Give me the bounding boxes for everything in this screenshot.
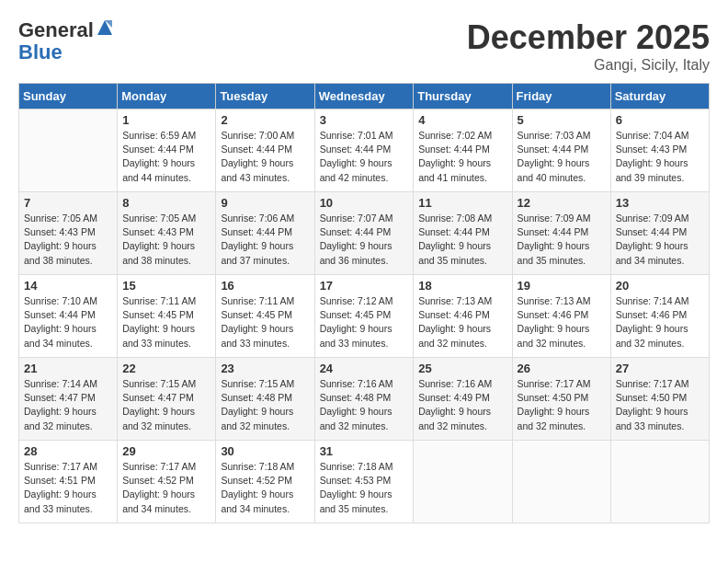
- day-info: Sunrise: 7:06 AMSunset: 4:44 PMDaylight:…: [221, 212, 309, 268]
- calendar-cell: 9Sunrise: 7:06 AMSunset: 4:44 PMDaylight…: [216, 192, 314, 275]
- day-info: Sunrise: 7:16 AMSunset: 4:49 PMDaylight:…: [418, 377, 506, 433]
- day-info: Sunrise: 7:15 AMSunset: 4:48 PMDaylight:…: [221, 377, 309, 433]
- weekday-header-thursday: Thursday: [414, 84, 512, 109]
- day-info: Sunrise: 7:00 AMSunset: 4:44 PMDaylight:…: [221, 129, 309, 185]
- calendar-cell: 14Sunrise: 7:10 AMSunset: 4:44 PMDayligh…: [19, 275, 118, 358]
- calendar-cell: 11Sunrise: 7:08 AMSunset: 4:44 PMDayligh…: [414, 192, 512, 275]
- calendar-week-row: 1Sunrise: 6:59 AMSunset: 4:44 PMDaylight…: [19, 109, 710, 192]
- calendar-cell: 24Sunrise: 7:16 AMSunset: 4:48 PMDayligh…: [314, 358, 414, 441]
- day-info: Sunrise: 7:05 AMSunset: 4:43 PMDaylight:…: [122, 212, 210, 268]
- calendar-cell: 23Sunrise: 7:15 AMSunset: 4:48 PMDayligh…: [216, 358, 314, 441]
- day-number: 12: [518, 196, 606, 210]
- day-info: Sunrise: 7:14 AMSunset: 4:47 PMDaylight:…: [24, 377, 112, 433]
- day-info: Sunrise: 6:59 AMSunset: 4:44 PMDaylight:…: [122, 129, 210, 185]
- day-info: Sunrise: 7:03 AMSunset: 4:44 PMDaylight:…: [518, 129, 606, 185]
- day-info: Sunrise: 7:04 AMSunset: 4:43 PMDaylight:…: [616, 129, 704, 185]
- calendar-cell: 18Sunrise: 7:13 AMSunset: 4:46 PMDayligh…: [414, 275, 512, 358]
- day-number: 28: [24, 444, 112, 458]
- day-info: Sunrise: 7:13 AMSunset: 4:46 PMDaylight:…: [518, 294, 606, 350]
- day-info: Sunrise: 7:11 AMSunset: 4:45 PMDaylight:…: [221, 294, 309, 350]
- day-info: Sunrise: 7:16 AMSunset: 4:48 PMDaylight:…: [320, 377, 409, 433]
- weekday-header-monday: Monday: [118, 84, 216, 109]
- day-number: 23: [221, 362, 309, 375]
- calendar-cell: 1Sunrise: 6:59 AMSunset: 4:44 PMDaylight…: [118, 109, 216, 192]
- calendar-cell: 12Sunrise: 7:09 AMSunset: 4:44 PMDayligh…: [512, 192, 610, 275]
- day-info: Sunrise: 7:10 AMSunset: 4:44 PMDaylight:…: [24, 294, 112, 350]
- day-info: Sunrise: 7:12 AMSunset: 4:45 PMDaylight:…: [320, 294, 409, 350]
- calendar-cell: 21Sunrise: 7:14 AMSunset: 4:47 PMDayligh…: [19, 358, 118, 441]
- calendar-cell: 28Sunrise: 7:17 AMSunset: 4:51 PMDayligh…: [19, 441, 118, 523]
- day-info: Sunrise: 7:07 AMSunset: 4:44 PMDaylight:…: [320, 212, 409, 268]
- day-number: 16: [221, 279, 309, 293]
- day-number: 14: [24, 279, 112, 293]
- logo: General Blue: [18, 18, 114, 63]
- day-info: Sunrise: 7:11 AMSunset: 4:45 PMDaylight:…: [122, 294, 210, 350]
- calendar-table: SundayMondayTuesdayWednesdayThursdayFrid…: [18, 83, 710, 523]
- day-number: 30: [221, 444, 309, 458]
- day-number: 29: [122, 444, 210, 458]
- day-number: 11: [418, 196, 506, 210]
- calendar-cell: 26Sunrise: 7:17 AMSunset: 4:50 PMDayligh…: [512, 358, 610, 441]
- day-number: 19: [518, 279, 606, 293]
- weekday-header-tuesday: Tuesday: [216, 84, 314, 109]
- day-number: 2: [221, 113, 309, 127]
- day-number: 4: [418, 113, 506, 127]
- calendar-cell: 25Sunrise: 7:16 AMSunset: 4:49 PMDayligh…: [414, 358, 512, 441]
- day-info: Sunrise: 7:09 AMSunset: 4:44 PMDaylight:…: [616, 212, 704, 268]
- calendar-week-row: 14Sunrise: 7:10 AMSunset: 4:44 PMDayligh…: [19, 275, 710, 358]
- day-info: Sunrise: 7:14 AMSunset: 4:46 PMDaylight:…: [616, 294, 704, 350]
- day-info: Sunrise: 7:18 AMSunset: 4:53 PMDaylight:…: [320, 460, 409, 516]
- calendar-week-row: 21Sunrise: 7:14 AMSunset: 4:47 PMDayligh…: [19, 358, 710, 441]
- day-info: Sunrise: 7:01 AMSunset: 4:44 PMDaylight:…: [320, 129, 409, 185]
- calendar-cell: [610, 441, 709, 523]
- calendar-cell: 31Sunrise: 7:18 AMSunset: 4:53 PMDayligh…: [314, 441, 414, 523]
- day-number: 27: [616, 362, 704, 375]
- day-number: 17: [320, 279, 409, 293]
- day-number: 9: [221, 196, 309, 210]
- calendar-cell: [414, 441, 512, 523]
- calendar-cell: 6Sunrise: 7:04 AMSunset: 4:43 PMDaylight…: [610, 109, 709, 192]
- weekday-header-saturday: Saturday: [610, 84, 709, 109]
- day-info: Sunrise: 7:02 AMSunset: 4:44 PMDaylight:…: [418, 129, 506, 185]
- day-number: 22: [122, 362, 210, 375]
- calendar-cell: 3Sunrise: 7:01 AMSunset: 4:44 PMDaylight…: [314, 109, 414, 192]
- day-info: Sunrise: 7:17 AMSunset: 4:50 PMDaylight:…: [616, 377, 704, 433]
- calendar-cell: 5Sunrise: 7:03 AMSunset: 4:44 PMDaylight…: [512, 109, 610, 192]
- month-title: December 2025: [467, 18, 710, 57]
- weekday-header-friday: Friday: [512, 84, 610, 109]
- day-number: 6: [616, 113, 704, 127]
- logo-icon: [96, 18, 114, 37]
- calendar-cell: 13Sunrise: 7:09 AMSunset: 4:44 PMDayligh…: [610, 192, 709, 275]
- day-info: Sunrise: 7:17 AMSunset: 4:52 PMDaylight:…: [122, 460, 210, 516]
- day-info: Sunrise: 7:17 AMSunset: 4:50 PMDaylight:…: [518, 377, 606, 433]
- day-number: 31: [320, 444, 409, 458]
- day-info: Sunrise: 7:15 AMSunset: 4:47 PMDaylight:…: [122, 377, 210, 433]
- day-number: 25: [418, 362, 506, 375]
- day-info: Sunrise: 7:17 AMSunset: 4:51 PMDaylight:…: [24, 460, 112, 516]
- title-block: December 2025 Gangi, Sicily, Italy: [467, 18, 710, 74]
- day-number: 15: [122, 279, 210, 293]
- logo-general-text: General: [18, 18, 94, 41]
- day-info: Sunrise: 7:09 AMSunset: 4:44 PMDaylight:…: [518, 212, 606, 268]
- day-number: 24: [320, 362, 409, 375]
- calendar-cell: 20Sunrise: 7:14 AMSunset: 4:46 PMDayligh…: [610, 275, 709, 358]
- calendar-cell: 27Sunrise: 7:17 AMSunset: 4:50 PMDayligh…: [610, 358, 709, 441]
- calendar-cell: 2Sunrise: 7:00 AMSunset: 4:44 PMDaylight…: [216, 109, 314, 192]
- calendar-cell: [19, 109, 118, 192]
- day-number: 20: [616, 279, 704, 293]
- day-info: Sunrise: 7:13 AMSunset: 4:46 PMDaylight:…: [418, 294, 506, 350]
- day-info: Sunrise: 7:08 AMSunset: 4:44 PMDaylight:…: [418, 212, 506, 268]
- weekday-header-wednesday: Wednesday: [314, 84, 414, 109]
- weekday-header-sunday: Sunday: [19, 84, 118, 109]
- day-number: 18: [418, 279, 506, 293]
- calendar-cell: 17Sunrise: 7:12 AMSunset: 4:45 PMDayligh…: [314, 275, 414, 358]
- weekday-header-row: SundayMondayTuesdayWednesdayThursdayFrid…: [19, 84, 710, 109]
- calendar-cell: 22Sunrise: 7:15 AMSunset: 4:47 PMDayligh…: [118, 358, 216, 441]
- day-number: 13: [616, 196, 704, 210]
- day-info: Sunrise: 7:18 AMSunset: 4:52 PMDaylight:…: [221, 460, 309, 516]
- day-number: 21: [24, 362, 112, 375]
- day-number: 5: [518, 113, 606, 127]
- day-number: 8: [122, 196, 210, 210]
- page-header: General Blue December 2025 Gangi, Sicily…: [18, 18, 710, 74]
- calendar-week-row: 28Sunrise: 7:17 AMSunset: 4:51 PMDayligh…: [19, 441, 710, 523]
